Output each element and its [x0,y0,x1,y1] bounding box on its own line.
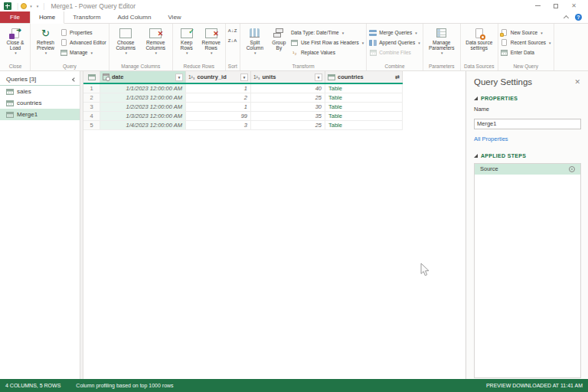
filter-dropdown-button[interactable]: ▾ [315,74,322,81]
cell-units[interactable]: 25 [251,93,325,102]
column-label: country_id [197,74,226,80]
cell-country-id[interactable]: 99 [186,112,251,120]
data-source-settings-button[interactable]: Data source settings [463,25,495,63]
filter-dropdown-button[interactable]: ▾ [175,74,183,81]
tab-home[interactable]: Home [30,11,64,24]
close-panel-icon[interactable]: ✕ [574,78,580,86]
query-item-countries[interactable]: countries [0,97,80,109]
append-queries-button[interactable]: Append Queries▾ [369,38,420,47]
sort-ascending-button[interactable]: A↓Z [228,28,237,35]
query-item-sales[interactable]: sales [0,86,80,97]
preview-grid: date ▾ 1²₃ country_id ▾ 1²₃ units ▾ coun… [83,71,403,130]
cell-date[interactable]: 1/3/2023 12:00:00 AM [100,112,186,120]
recent-sources-button[interactable]: Recent Sources▾ [501,38,551,47]
cell-table-link[interactable]: Table [325,93,403,102]
split-column-button[interactable]: Split Column▾ [243,25,267,63]
tab-file[interactable]: File [0,11,30,23]
remove-rows-button[interactable]: Remove Rows▾ [200,25,223,63]
replace-values-label: Replace Values [301,50,335,55]
table-row[interactable]: 1 1/1/2023 12:00:00 AM 1 40 Table [83,84,403,93]
whole-number-type-icon[interactable]: 1²₃ [188,74,194,80]
enter-data-button[interactable]: Enter Data [501,47,551,57]
sort-descending-button[interactable]: Z↓A [228,38,237,45]
step-source[interactable]: Source [475,164,580,175]
use-first-row-as-headers-button[interactable]: Use First Row as Headers▾ [291,38,364,47]
cell-table-link[interactable]: Table [325,103,403,111]
cell-country-id[interactable]: 2 [186,93,251,102]
restore-icon[interactable] [554,4,558,8]
choose-columns-button[interactable]: Choose Columns▾ [112,25,140,63]
new-source-button[interactable]: New Source▾ [501,28,551,38]
select-all-corner-cell[interactable] [83,71,100,83]
cell-table-link[interactable]: Table [325,112,403,120]
table-row[interactable]: 3 1/2/2023 12:00:00 AM 1 30 Table [83,103,403,112]
merge-queries-button[interactable]: Merge Queries▾ [369,28,420,38]
all-properties-link[interactable]: All Properties [474,136,580,142]
filter-dropdown-button[interactable]: ▾ [240,74,248,81]
properties-section-header[interactable]: PROPERTIES [474,96,580,101]
properties-icon [61,29,67,36]
cell-date[interactable]: 1/1/2023 12:00:00 AM [100,84,186,93]
data-type-button[interactable]: Data Type: Date/Time▾ [291,28,364,38]
table-row[interactable]: 5 1/4/2023 12:00:00 AM 3 25 Table [83,121,403,130]
help-icon[interactable]: ? [575,14,582,21]
cell-units[interactable]: 35 [251,112,325,120]
combine-files-button[interactable]: Combine Files [369,47,420,57]
cell-units[interactable]: 25 [251,121,325,129]
manage-parameters-button[interactable]: Manage Parameters▾ [426,25,458,63]
close-and-load-button[interactable]: ➜ Close & Load▾ [3,25,28,63]
column-header-countries[interactable]: countries ⇄ [325,71,403,83]
refresh-preview-button[interactable]: ↻ Refresh Preview▾ [33,25,58,63]
manage-parameters-icon [436,28,446,38]
keep-rows-button[interactable]: Keep Rows▾ [175,25,198,63]
cell-country-id[interactable]: 3 [186,121,251,129]
tab-add-column[interactable]: Add Column [109,11,159,23]
cell-units[interactable]: 30 [251,103,325,111]
dropdown-caret-icon[interactable]: ▾ [30,4,32,8]
column-header-units[interactable]: 1²₃ units ▾ [251,71,325,83]
collapse-panel-icon[interactable] [72,77,77,82]
append-queries-icon [369,40,377,46]
row-number: 5 [83,121,100,129]
cell-units[interactable]: 40 [251,84,325,93]
cell-country-id[interactable]: 1 [186,103,251,111]
profiling-status[interactable]: Column profiling based on top 1000 rows [76,383,173,388]
applied-steps-section-header[interactable]: APPLIED STEPS [474,153,580,158]
minimize-icon[interactable] [535,5,541,6]
group-label-new-query: New Query [501,63,551,70]
group-by-button[interactable]: Group By [269,25,289,63]
preview-downloaded-status: PREVIEW DOWNLOADED AT 11:41 AM [486,383,583,388]
quick-access-toolbar-caret-icon[interactable]: ▾ [37,4,39,8]
advanced-editor-button[interactable]: Advanced Editor [60,38,106,47]
merge-queries-label: Merge Queries [379,30,412,35]
cell-table-link[interactable]: Table [325,84,403,93]
table-row[interactable]: 4 1/3/2023 12:00:00 AM 99 35 Table [83,112,403,121]
cell-date[interactable]: 1/4/2023 12:00:00 AM [100,121,186,129]
cell-date[interactable]: 1/2/2023 12:00:00 AM [100,103,186,111]
tab-transform[interactable]: Transform [64,11,109,23]
cell-country-id[interactable]: 1 [186,84,251,93]
query-item-merge1[interactable]: Merge1 [0,109,80,120]
gear-icon[interactable] [569,166,575,172]
refresh-icon: ↻ [41,28,50,38]
cell-table-link[interactable]: Table [325,121,403,129]
collapse-ribbon-icon[interactable] [564,15,569,21]
ribbon-group-parameters: Manage Parameters▾ Parameters [423,24,461,70]
datetime-type-icon[interactable] [103,74,109,80]
column-header-country-id[interactable]: 1²₃ country_id ▾ [186,71,251,83]
manage-button[interactable]: Manage▾ [60,47,106,57]
merge-queries-icon [369,30,377,36]
table-type-icon[interactable] [328,74,335,80]
expand-column-icon[interactable]: ⇄ [395,74,400,80]
properties-button[interactable]: Properties [60,28,106,38]
tab-view[interactable]: View [159,11,189,23]
whole-number-type-icon[interactable]: 1²₃ [253,74,260,80]
replace-values-button[interactable]: ¹₂ Replace Values [291,47,364,57]
query-name-input[interactable] [474,119,581,129]
table-row[interactable]: 2 1/1/2023 12:00:00 AM 2 25 Table [83,93,403,103]
quick-access-icon[interactable] [21,3,27,9]
cell-date[interactable]: 1/1/2023 12:00:00 AM [100,93,186,102]
column-header-date[interactable]: date ▾ [100,71,186,83]
close-window-icon[interactable]: ✕ [571,3,577,9]
remove-columns-button[interactable]: Remove Columns▾ [142,25,170,63]
